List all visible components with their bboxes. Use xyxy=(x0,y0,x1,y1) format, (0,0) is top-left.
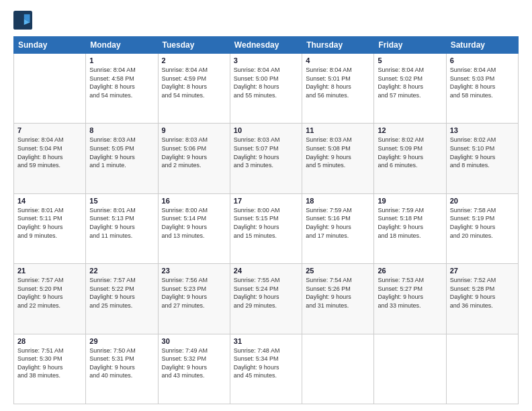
day-info: Sunrise: 8:01 AM Sunset: 5:13 PM Dayligh… xyxy=(89,206,154,240)
weekday-header: Tuesday xyxy=(158,37,230,54)
day-info: Sunrise: 7:58 AM Sunset: 5:19 PM Dayligh… xyxy=(450,206,515,240)
day-number: 20 xyxy=(450,197,515,205)
day-number: 29 xyxy=(89,337,154,345)
day-info: Sunrise: 7:53 AM Sunset: 5:27 PM Dayligh… xyxy=(378,276,442,310)
day-info: Sunrise: 8:03 AM Sunset: 5:08 PM Dayligh… xyxy=(306,136,370,169)
calendar-cell: 7Sunrise: 8:04 AM Sunset: 5:04 PM Daylig… xyxy=(14,124,86,193)
calendar-cell: 1Sunrise: 8:04 AM Sunset: 4:58 PM Daylig… xyxy=(86,54,158,124)
day-info: Sunrise: 7:49 AM Sunset: 5:32 PM Dayligh… xyxy=(162,347,226,380)
calendar-cell: 28Sunrise: 7:51 AM Sunset: 5:30 PM Dayli… xyxy=(14,334,86,404)
calendar-cell xyxy=(302,334,374,404)
day-number: 9 xyxy=(162,126,226,134)
day-info: Sunrise: 7:56 AM Sunset: 5:23 PM Dayligh… xyxy=(162,276,226,310)
page: SundayMondayTuesdayWednesdayThursdayFrid… xyxy=(0,0,532,411)
day-number: 13 xyxy=(450,126,515,134)
day-info: Sunrise: 7:50 AM Sunset: 5:31 PM Dayligh… xyxy=(89,347,154,380)
day-info: Sunrise: 8:02 AM Sunset: 5:10 PM Dayligh… xyxy=(450,136,515,169)
day-number: 3 xyxy=(234,56,298,64)
calendar-cell: 19Sunrise: 7:59 AM Sunset: 5:18 PM Dayli… xyxy=(374,193,446,263)
day-info: Sunrise: 7:57 AM Sunset: 5:20 PM Dayligh… xyxy=(17,276,82,310)
calendar-cell: 8Sunrise: 8:03 AM Sunset: 5:05 PM Daylig… xyxy=(86,124,158,193)
calendar: SundayMondayTuesdayWednesdayThursdayFrid… xyxy=(13,36,519,404)
day-number: 16 xyxy=(162,197,226,205)
calendar-week-row: 1Sunrise: 8:04 AM Sunset: 4:58 PM Daylig… xyxy=(14,54,519,124)
calendar-cell: 21Sunrise: 7:57 AM Sunset: 5:20 PM Dayli… xyxy=(14,264,86,334)
day-number: 30 xyxy=(162,337,226,345)
day-number: 22 xyxy=(89,267,154,275)
day-info: Sunrise: 8:04 AM Sunset: 5:00 PM Dayligh… xyxy=(234,66,298,99)
calendar-week-row: 28Sunrise: 7:51 AM Sunset: 5:30 PM Dayli… xyxy=(14,334,519,404)
day-number: 23 xyxy=(162,267,226,275)
calendar-cell xyxy=(446,334,518,404)
day-info: Sunrise: 8:02 AM Sunset: 5:09 PM Dayligh… xyxy=(378,136,442,169)
calendar-cell: 14Sunrise: 8:01 AM Sunset: 5:11 PM Dayli… xyxy=(14,193,86,263)
calendar-cell: 13Sunrise: 8:02 AM Sunset: 5:10 PM Dayli… xyxy=(446,124,518,193)
day-info: Sunrise: 8:04 AM Sunset: 4:58 PM Dayligh… xyxy=(89,66,154,99)
weekday-header: Wednesday xyxy=(230,37,302,54)
weekday-header: Saturday xyxy=(446,37,518,54)
calendar-cell: 18Sunrise: 7:59 AM Sunset: 5:16 PM Dayli… xyxy=(302,193,374,263)
day-info: Sunrise: 8:01 AM Sunset: 5:11 PM Dayligh… xyxy=(17,206,82,240)
calendar-cell: 26Sunrise: 7:53 AM Sunset: 5:27 PM Dayli… xyxy=(374,264,446,334)
day-info: Sunrise: 8:03 AM Sunset: 5:07 PM Dayligh… xyxy=(234,136,298,169)
calendar-cell: 23Sunrise: 7:56 AM Sunset: 5:23 PM Dayli… xyxy=(158,264,230,334)
calendar-cell: 16Sunrise: 8:00 AM Sunset: 5:14 PM Dayli… xyxy=(158,193,230,263)
day-info: Sunrise: 8:00 AM Sunset: 5:15 PM Dayligh… xyxy=(234,206,298,240)
calendar-cell: 2Sunrise: 8:04 AM Sunset: 4:59 PM Daylig… xyxy=(158,54,230,124)
calendar-cell xyxy=(14,54,86,124)
day-number: 8 xyxy=(89,126,154,134)
calendar-cell: 30Sunrise: 7:49 AM Sunset: 5:32 PM Dayli… xyxy=(158,334,230,404)
day-number: 25 xyxy=(306,267,370,275)
calendar-cell: 27Sunrise: 7:52 AM Sunset: 5:28 PM Dayli… xyxy=(446,264,518,334)
day-number: 10 xyxy=(234,126,298,134)
calendar-cell: 9Sunrise: 8:03 AM Sunset: 5:06 PM Daylig… xyxy=(158,124,230,193)
day-info: Sunrise: 8:03 AM Sunset: 5:06 PM Dayligh… xyxy=(162,136,226,169)
calendar-cell: 5Sunrise: 8:04 AM Sunset: 5:02 PM Daylig… xyxy=(374,54,446,124)
header xyxy=(13,11,519,30)
day-info: Sunrise: 7:55 AM Sunset: 5:24 PM Dayligh… xyxy=(234,276,298,310)
logo-icon xyxy=(13,11,32,30)
day-info: Sunrise: 8:04 AM Sunset: 5:02 PM Dayligh… xyxy=(378,66,442,99)
day-number: 6 xyxy=(450,56,515,64)
day-number: 11 xyxy=(306,126,370,134)
calendar-cell: 22Sunrise: 7:57 AM Sunset: 5:22 PM Dayli… xyxy=(86,264,158,334)
calendar-cell: 17Sunrise: 8:00 AM Sunset: 5:15 PM Dayli… xyxy=(230,193,302,263)
weekday-header: Monday xyxy=(86,37,158,54)
day-info: Sunrise: 7:51 AM Sunset: 5:30 PM Dayligh… xyxy=(17,347,82,380)
day-info: Sunrise: 7:59 AM Sunset: 5:16 PM Dayligh… xyxy=(306,206,370,240)
weekday-header: Friday xyxy=(374,37,446,54)
day-info: Sunrise: 8:04 AM Sunset: 4:59 PM Dayligh… xyxy=(162,66,226,99)
day-number: 27 xyxy=(450,267,515,275)
logo xyxy=(13,11,35,30)
day-info: Sunrise: 7:59 AM Sunset: 5:18 PM Dayligh… xyxy=(378,206,442,240)
day-number: 2 xyxy=(162,56,226,64)
day-number: 1 xyxy=(89,56,154,64)
day-number: 24 xyxy=(234,267,298,275)
day-number: 18 xyxy=(306,197,370,205)
day-number: 31 xyxy=(234,337,298,345)
calendar-cell: 24Sunrise: 7:55 AM Sunset: 5:24 PM Dayli… xyxy=(230,264,302,334)
calendar-cell: 6Sunrise: 8:04 AM Sunset: 5:03 PM Daylig… xyxy=(446,54,518,124)
day-number: 21 xyxy=(17,267,82,275)
day-info: Sunrise: 8:04 AM Sunset: 5:04 PM Dayligh… xyxy=(17,136,82,169)
calendar-week-row: 7Sunrise: 8:04 AM Sunset: 5:04 PM Daylig… xyxy=(14,124,519,193)
day-number: 15 xyxy=(89,197,154,205)
day-number: 7 xyxy=(17,126,82,134)
calendar-cell: 4Sunrise: 8:04 AM Sunset: 5:01 PM Daylig… xyxy=(302,54,374,124)
day-number: 12 xyxy=(378,126,442,134)
weekday-header: Sunday xyxy=(14,37,86,54)
day-number: 26 xyxy=(378,267,442,275)
calendar-cell: 15Sunrise: 8:01 AM Sunset: 5:13 PM Dayli… xyxy=(86,193,158,263)
day-info: Sunrise: 7:48 AM Sunset: 5:34 PM Dayligh… xyxy=(234,347,298,380)
calendar-cell: 29Sunrise: 7:50 AM Sunset: 5:31 PM Dayli… xyxy=(86,334,158,404)
day-number: 5 xyxy=(378,56,442,64)
calendar-cell: 25Sunrise: 7:54 AM Sunset: 5:26 PM Dayli… xyxy=(302,264,374,334)
calendar-cell: 11Sunrise: 8:03 AM Sunset: 5:08 PM Dayli… xyxy=(302,124,374,193)
calendar-cell: 12Sunrise: 8:02 AM Sunset: 5:09 PM Dayli… xyxy=(374,124,446,193)
day-info: Sunrise: 8:04 AM Sunset: 5:01 PM Dayligh… xyxy=(306,66,370,99)
day-info: Sunrise: 8:00 AM Sunset: 5:14 PM Dayligh… xyxy=(162,206,226,240)
day-number: 17 xyxy=(234,197,298,205)
day-number: 14 xyxy=(17,197,82,205)
day-info: Sunrise: 8:03 AM Sunset: 5:05 PM Dayligh… xyxy=(89,136,154,169)
calendar-cell: 31Sunrise: 7:48 AM Sunset: 5:34 PM Dayli… xyxy=(230,334,302,404)
